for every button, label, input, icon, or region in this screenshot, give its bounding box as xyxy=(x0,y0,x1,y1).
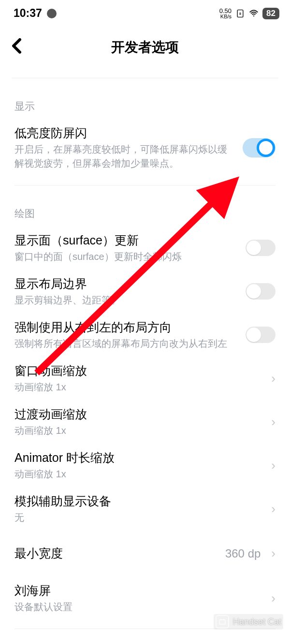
section-label-draw: 绘图 xyxy=(0,186,290,226)
row-title: 模拟辅助显示设备 xyxy=(14,493,264,510)
chevron-right-icon: › xyxy=(271,501,276,516)
row-layout-bounds[interactable]: 显示布局边界 显示剪辑边界、边距等。 xyxy=(0,270,290,313)
status-left: 10:37 xyxy=(14,7,57,20)
row-title: 显示面（surface）更新 xyxy=(14,232,239,249)
row-sub: 设备默认设置 xyxy=(14,600,264,614)
row-title: 窗口动画缩放 xyxy=(14,362,264,379)
status-time: 10:37 xyxy=(14,7,42,20)
row-title: 显示布局边界 xyxy=(14,275,239,292)
row-title: 刘海屏 xyxy=(14,582,264,599)
row-window-animation[interactable]: 窗口动画缩放 动画缩放 1x › xyxy=(0,357,290,400)
row-title: 低亮度防屏闪 xyxy=(14,125,236,142)
chevron-right-icon: › xyxy=(271,415,276,429)
row-title: 强制使用从右到左的布局方向 xyxy=(14,319,239,336)
svg-point-1 xyxy=(253,15,255,16)
row-secondary-display[interactable]: 模拟辅助显示设备 无 › xyxy=(0,487,290,530)
row-sub: 动画缩放 1x xyxy=(14,467,264,481)
status-bar: 10:37 0.50 KB/s 82 xyxy=(0,0,290,24)
row-surface-update[interactable]: 显示面（surface）更新 窗口中的面（surface）更新时全部闪烁 xyxy=(0,226,290,270)
row-sub: 强制将所有语言区域的屏幕布局方向改为从右到左 xyxy=(14,337,239,351)
page-header: 开发者选项 xyxy=(0,24,290,66)
watermark: Handset Cat xyxy=(214,614,283,630)
row-title: 过渡动画缩放 xyxy=(14,406,264,423)
toggle-anti-flicker[interactable] xyxy=(243,138,276,157)
battery-indicator: 82 xyxy=(262,8,279,19)
row-sub: 开启后，在屏幕亮度较低时，可降低屏幕闪烁以缓解视觉疲劳，但屏幕会增加少量噪点。 xyxy=(14,143,236,171)
toggle-layout-bounds[interactable] xyxy=(246,283,276,300)
watermark-text: Handset Cat xyxy=(233,617,281,627)
row-sub: 窗口中的面（surface）更新时全部闪烁 xyxy=(14,250,239,264)
chevron-right-icon: › xyxy=(271,458,276,473)
row-title: Animator 时长缩放 xyxy=(14,449,264,466)
sim-icon xyxy=(235,9,245,18)
row-sub: 动画缩放 1x xyxy=(14,380,264,394)
row-sub: 显示剪辑边界、边距等。 xyxy=(14,293,239,307)
row-rtl[interactable]: 强制使用从右到左的布局方向 强制将所有语言区域的屏幕布局方向改为从右到左 xyxy=(0,313,290,357)
page-title: 开发者选项 xyxy=(111,38,179,57)
data-speed: 0.50 KB/s xyxy=(219,8,232,19)
row-transition-animation[interactable]: 过渡动画缩放 动画缩放 1x › xyxy=(0,400,290,444)
row-title: 最小宽度 xyxy=(14,545,218,562)
wifi-icon xyxy=(249,9,259,18)
watermark-icon xyxy=(216,615,229,629)
toggle-rtl[interactable] xyxy=(246,327,276,343)
chevron-right-icon: › xyxy=(271,371,276,386)
row-sub: 动画缩放 1x xyxy=(14,424,264,438)
row-min-width[interactable]: 最小宽度 360 dp › xyxy=(0,539,290,568)
row-notch[interactable]: 刘海屏 设备默认设置 › xyxy=(0,576,290,620)
status-right: 0.50 KB/s 82 xyxy=(219,8,279,19)
toggle-surface-update[interactable] xyxy=(246,240,276,256)
row-sub: 无 xyxy=(14,511,264,525)
section-label-display: 显示 xyxy=(0,78,290,119)
row-anti-flicker[interactable]: 低亮度防屏闪 开启后，在屏幕亮度较低时，可降低屏幕闪烁以缓解视觉疲劳，但屏幕会增… xyxy=(0,119,290,176)
svg-rect-3 xyxy=(219,620,225,624)
back-icon[interactable] xyxy=(12,38,31,57)
row-value: 360 dp xyxy=(225,547,261,560)
chevron-right-icon: › xyxy=(271,546,276,561)
compass-icon xyxy=(47,9,57,18)
row-animator-duration[interactable]: Animator 时长缩放 动画缩放 1x › xyxy=(0,444,290,487)
chevron-right-icon: › xyxy=(271,591,276,606)
